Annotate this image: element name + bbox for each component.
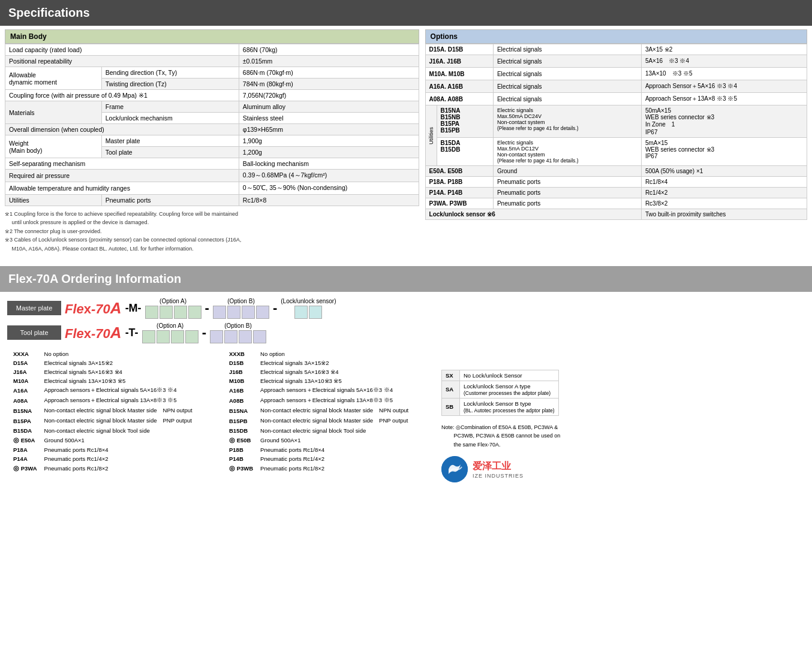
table-row: Self-separating mechanism Ball-locking m… [5, 158, 419, 170]
option-box [171, 330, 184, 343]
ize-logo: 爱泽工业 IZE INDUSTRIES [441, 456, 591, 482]
flex-logo-tool: Flex-70A [65, 324, 122, 342]
option-box [160, 306, 173, 319]
main-body-table: Load capacity (rated load) 686N (70kg) P… [5, 44, 419, 206]
table-row: A08A. A08B Electrical signals Approach S… [425, 93, 807, 105]
ize-chinese: 爱泽工业 [473, 460, 524, 473]
main-body-section: Main Body Load capacity (rated load) 686… [5, 29, 419, 253]
option-a-table: XXXA No option D15A Electrical signals 3… [10, 349, 196, 473]
table-row: B15NA Non-contact electric signal block … [225, 406, 412, 416]
sensor-section: SX No Lock/unlock Sensor SA Lock/unlock … [441, 349, 591, 482]
table-row: Required air pressure 0.39～0.68MPa (4～7k… [5, 170, 419, 182]
table-row: B15DB Non-contact electric signal block … [225, 426, 412, 435]
option-b-table: XXXB No option D15B Electrical signals 3… [225, 349, 412, 473]
spec-content: Main Body Load capacity (rated load) 686… [0, 26, 812, 256]
table-row: P14B Pneumatic ports Rc1/4×2 [225, 454, 412, 463]
option-box [142, 330, 155, 343]
table-row: J16A. J16B Electrical signals 5A×16 ※3 ※… [425, 55, 807, 68]
table-row: M10A Electrical signals 13A×10※3 ※5 [10, 376, 196, 385]
option-box-b [253, 330, 266, 343]
table-row: SA Lock/unlock Sensor A type(Customer pr… [442, 381, 559, 398]
table-row: Positional repeatability ±0.015mm [5, 56, 419, 67]
dash2: - [273, 300, 277, 316]
dash1: - [205, 300, 209, 316]
order-header: Flex-70A Ordering Information [0, 266, 812, 292]
table-row: B15DA B15DB Electric signalsMax.5mA DC12… [425, 138, 807, 166]
table-row: P14A. P14B Pneumatic ports Rc1/4×2 [425, 188, 807, 198]
footnotes: ※1 Coupling force is the force to achiev… [5, 210, 419, 253]
master-code: -M- [125, 302, 142, 315]
sensor-box [309, 306, 322, 319]
table-row: A16A. A16B Electrical signals Approach S… [425, 80, 807, 93]
option-box-b [224, 330, 237, 343]
tool-plate-label: Tool plate [7, 325, 61, 340]
table-row: J16B Electrical signals 5A×16※3 ※4 [225, 367, 412, 376]
ize-text: 爱泽工业 IZE INDUSTRIES [473, 460, 524, 479]
table-row: Utilities B15NA B15NB B15PA B15PB Electr… [425, 105, 807, 138]
table-row: ◎ P3WB Pneumatic ports Rc1/8×2 [225, 463, 412, 473]
order-note: Note: ◎Combination of E50A & E50B, PC3WA… [441, 423, 585, 449]
option-box-b [256, 306, 269, 319]
option-tables-container: XXXA No option D15A Electrical signals 3… [7, 349, 805, 482]
main-body-header: Main Body [5, 29, 419, 44]
option-a-master: (Option A) [145, 298, 202, 319]
table-row: SB Lock/unlock Sensor B type(BL. Autotec… [442, 398, 559, 415]
table-row: E50A. E50B Ground 500A (50% usage) ×1 [425, 166, 807, 177]
table-row: ◎ E50A Ground 500A×1 [10, 435, 196, 445]
option-box [157, 330, 170, 343]
table-row: B15DA Non-contact electric signal block … [10, 426, 196, 435]
table-row: Overall dimension (when coupled) φ139×H6… [5, 124, 419, 135]
option-a-table-section: XXXA No option D15A Electrical signals 3… [10, 349, 213, 482]
table-row: XXXB No option [225, 349, 412, 358]
spec-header: Specifications [0, 0, 812, 26]
option-box [174, 306, 187, 319]
option-b-master: (Option B) [213, 298, 269, 319]
sensor-master: (Lock/unlock sensor) [281, 298, 336, 319]
options-section: Options D15A. D15B Electrical signals 3A… [425, 29, 807, 220]
dash3: - [202, 325, 206, 340]
options-table: D15A. D15B Electrical signals 3A×15 ※2 J… [425, 44, 807, 220]
flex-logo-master: Flex-70A [65, 299, 122, 318]
option-a-tool: (Option A) [142, 322, 199, 343]
table-row: D15A Electrical signals 3A×15※2 [10, 358, 196, 367]
option-b-tool: (Option B) [210, 322, 266, 343]
table-row: P3WA. P3WB Pneumatic ports Rc3/8×2 [425, 198, 807, 209]
table-row: ◎ P3WA Pneumatic ports Rc1/8×2 [10, 463, 196, 473]
ize-english: IZE INDUSTRIES [473, 473, 524, 479]
table-row: ◎ E50B Ground 500A×1 [225, 435, 412, 445]
option-box-b [227, 306, 240, 319]
option-box [185, 330, 199, 343]
option-box-b [213, 306, 226, 319]
table-row: XXXA No option [10, 349, 196, 358]
table-row: B15PA Non-contact electric signal block … [10, 416, 196, 426]
tool-plate-row: Tool plate Flex-70A -T- (Option A) - (Op… [7, 322, 805, 343]
ize-circle-logo [441, 456, 468, 482]
table-row: A16A Approach sensors＋Electrical signals… [10, 385, 196, 396]
sensor-table: SX No Lock/unlock Sensor SA Lock/unlock … [441, 370, 559, 416]
table-row: P14A Pneumatic ports Rc1/4×2 [10, 454, 196, 463]
option-box-b [239, 330, 252, 343]
table-row: Materials Frame Aluminum alloy [5, 101, 419, 113]
option-box-b [242, 306, 255, 319]
tool-code: -T- [125, 327, 139, 339]
table-row: Allowable temperature and humidity range… [5, 182, 419, 195]
table-row: B15NA Non-contact electric signal block … [10, 406, 196, 416]
option-box [145, 306, 158, 319]
table-row: Allowabledynamic moment Bending directio… [5, 67, 419, 79]
table-row: A16B Approach sensors＋Electrical signals… [225, 385, 412, 396]
spec-title: Specifications [8, 6, 90, 19]
table-row: B15PB Non-contact electric signal block … [225, 416, 412, 426]
table-row: Coupling force (with air pressure of 0.4… [5, 90, 419, 101]
option-b-table-section: XXXB No option D15B Electrical signals 3… [225, 349, 429, 482]
option-box-b [210, 330, 223, 343]
table-row: Lock/unlock sensor ※6 Two built-in proxi… [425, 209, 807, 220]
option-box [188, 306, 202, 319]
table-row: Utilities Pneumatic ports Rc1/8×8 [5, 195, 419, 206]
order-content: Master plate Flex-70A -M- (Option A) - (… [0, 292, 812, 488]
options-header: Options [425, 29, 807, 44]
table-row: D15A. D15B Electrical signals 3A×15 ※2 [425, 44, 807, 55]
table-row: Load capacity (rated load) 686N (70kg) [5, 44, 419, 56]
sensor-box [294, 306, 308, 319]
master-plate-row: Master plate Flex-70A -M- (Option A) - (… [7, 298, 805, 319]
table-row: Weight(Main body) Master plate 1,900g [5, 135, 419, 147]
